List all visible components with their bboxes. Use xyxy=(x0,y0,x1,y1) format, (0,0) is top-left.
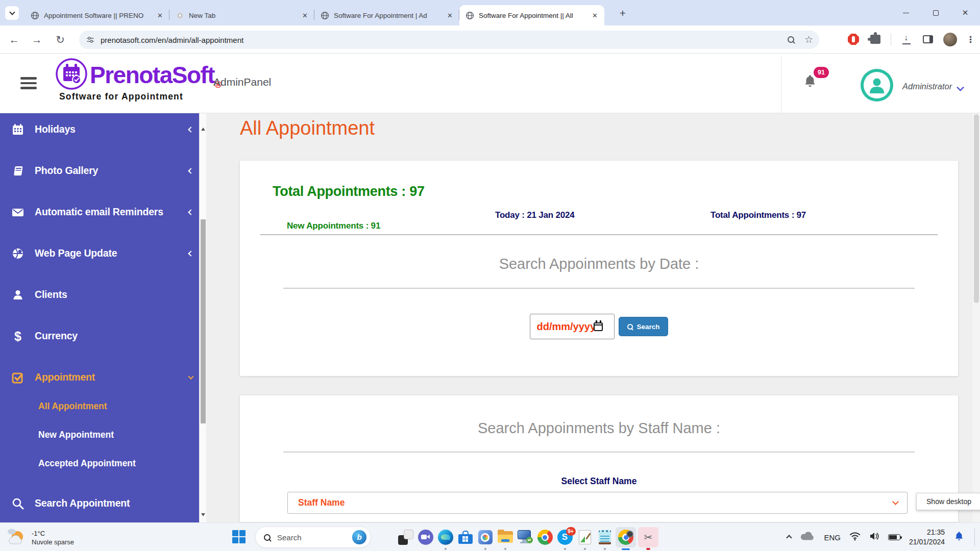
chevron-left-icon xyxy=(188,127,193,132)
skype-badge: 9+ xyxy=(566,527,576,536)
scroll-down-arrow[interactable] xyxy=(201,513,205,516)
url-field[interactable]: prenotasoft.com/en/admin/all-appointment… xyxy=(79,31,819,49)
scroll-up-arrow[interactable] xyxy=(201,128,205,131)
weather-condition: Nuvole sparse xyxy=(32,538,74,546)
file-explorer-icon[interactable] xyxy=(495,523,515,551)
tab-close-icon[interactable]: ✕ xyxy=(301,11,309,20)
greenshot-icon[interactable] xyxy=(575,523,595,551)
onedrive-cloud-icon[interactable] xyxy=(800,531,815,543)
browser-tab-1[interactable]: Appointment Software || PRENO ✕ xyxy=(24,5,169,26)
sidebar-scrollbar[interactable] xyxy=(199,113,206,522)
app-header: PrenotaSoft ® Software for Appointment A… xyxy=(0,54,980,113)
tab-close-icon[interactable]: ✕ xyxy=(446,11,454,20)
page-title: All Appointment xyxy=(240,117,375,139)
photos-icon[interactable] xyxy=(475,523,495,551)
date-input[interactable] xyxy=(530,314,615,339)
browser-tab-3[interactable]: Software For Appointment | Ad ✕ xyxy=(314,5,459,26)
task-view-button[interactable] xyxy=(396,523,415,551)
user-avatar[interactable] xyxy=(861,69,893,102)
browser-menu-icon[interactable]: ⋮ xyxy=(966,34,975,45)
remote-desktop-icon[interactable]: ⇄ xyxy=(515,523,535,551)
chrome-icon[interactable] xyxy=(535,523,555,551)
volume-icon[interactable] xyxy=(869,532,879,542)
page-scrollbar[interactable] xyxy=(973,113,980,522)
clock[interactable]: 21:35 21/01/2024 xyxy=(909,528,945,547)
date-input-field[interactable] xyxy=(536,321,594,333)
sidebar-subitem-accepted-appointment[interactable]: Accepted Appointment xyxy=(0,449,199,478)
divider xyxy=(891,33,891,45)
show-desktop-strip[interactable] xyxy=(974,529,975,546)
sidebar-item-photo-gallery[interactable]: Photo Gallery xyxy=(0,150,199,191)
chevron-down-icon xyxy=(188,373,193,379)
bookmark-star-icon[interactable]: ☆ xyxy=(804,36,813,44)
sidebar-item-appointment[interactable]: Appointment xyxy=(0,357,199,398)
window-maximize-button[interactable] xyxy=(921,0,950,26)
side-panel-icon[interactable] xyxy=(923,35,933,43)
tab-close-icon[interactable]: ✕ xyxy=(156,11,164,20)
address-bar: ← → ↻ prenotasoft.com/en/admin/all-appoi… xyxy=(0,26,980,54)
edge-icon[interactable] xyxy=(435,523,455,551)
snipping-tool-icon[interactable]: ✂ xyxy=(637,523,659,551)
window-close-button[interactable]: ✕ xyxy=(950,0,980,26)
scrollbar-thumb[interactable] xyxy=(201,219,206,423)
zoom-icon[interactable] xyxy=(787,36,795,44)
start-button[interactable] xyxy=(232,530,246,544)
sidebar-item-search-appointment[interactable]: Search Appointment xyxy=(0,483,199,522)
calendar-picker-icon[interactable] xyxy=(594,322,603,331)
select-staff-label: Select Staff Name xyxy=(240,476,958,487)
tray-expand-chevron[interactable] xyxy=(787,533,791,542)
search-by-date-heading: Search Appoinments by Date : xyxy=(240,256,958,272)
sidebar-item-web-page-update[interactable]: Web Page Update xyxy=(0,233,199,274)
battery-icon[interactable] xyxy=(888,534,900,540)
forward-button[interactable]: → xyxy=(30,33,44,47)
sidebar-subitem-new-appointment[interactable]: New Appointment xyxy=(0,420,199,449)
adblock-extension-icon[interactable] xyxy=(848,34,859,45)
tab-close-icon[interactable]: ✕ xyxy=(591,11,599,20)
wifi-icon[interactable] xyxy=(849,532,861,543)
notification-bell-icon[interactable] xyxy=(953,530,965,544)
browser-profile-avatar[interactable] xyxy=(943,33,957,46)
weather-widget[interactable]: -1°C Nuvole sparse xyxy=(6,527,74,549)
language-indicator[interactable]: ENG xyxy=(824,533,841,542)
taskbar: -1°C Nuvole sparse Search b ⇄ S9+ ✂ xyxy=(0,522,980,551)
tray-date: 21/01/2024 xyxy=(909,537,945,547)
search-by-staff-heading: Search Appoinments by Staff Name : xyxy=(240,420,958,437)
taskbar-search[interactable]: Search b xyxy=(255,527,371,548)
browser-tab-2[interactable]: New Tab ✕ xyxy=(169,5,314,26)
chrome-active-window-icon[interactable] xyxy=(615,523,637,551)
hamburger-menu-icon[interactable] xyxy=(20,77,37,92)
notifications-bell[interactable]: 91 xyxy=(802,73,818,91)
show-desktop-tooltip: Show desktop xyxy=(916,493,980,510)
browser-tab-active[interactable]: Software For Appointment || All ✕ xyxy=(459,5,604,26)
new-appointments-stat: New Appointments : 91 xyxy=(287,221,380,231)
user-menu-chevron[interactable] xyxy=(958,83,963,92)
downloads-icon[interactable] xyxy=(901,34,912,44)
sidebar-item-clients[interactable]: Clients xyxy=(0,274,199,315)
skype-icon[interactable]: S9+ xyxy=(555,523,575,551)
sidebar-item-currency[interactable]: $ Currency xyxy=(0,315,199,357)
sidebar-item-email-reminders[interactable]: Automatic email Reminders xyxy=(0,191,199,233)
tab-search-button[interactable] xyxy=(5,6,19,20)
back-button[interactable]: ← xyxy=(7,33,21,47)
globe-icon xyxy=(11,247,24,260)
window-minimize-button[interactable] xyxy=(891,0,921,26)
notepad-icon[interactable] xyxy=(595,523,615,551)
browser-tab-bar: Appointment Software || PRENO ✕ New Tab … xyxy=(0,0,980,26)
extensions-icon[interactable] xyxy=(870,35,880,44)
user-role-label: Administrator xyxy=(902,82,952,91)
search-icon xyxy=(627,323,633,330)
sidebar-item-holidays[interactable]: Holidays xyxy=(0,113,199,150)
microsoft-store-icon[interactable] xyxy=(455,523,475,551)
check-square-icon xyxy=(11,371,24,384)
staff-name-select[interactable]: Staff Name xyxy=(287,492,908,514)
envelope-icon xyxy=(11,206,24,218)
brand-logo[interactable]: PrenotaSoft ® Software for Appointment xyxy=(55,58,222,102)
site-info-icon[interactable] xyxy=(86,36,94,44)
teams-chat-icon[interactable] xyxy=(415,523,435,551)
search-button[interactable]: Search xyxy=(619,317,668,336)
new-tab-button[interactable]: + xyxy=(617,7,629,19)
person-icon xyxy=(11,289,24,301)
chevron-left-icon xyxy=(188,251,193,256)
tray-time: 21:35 xyxy=(909,528,945,537)
reload-button[interactable]: ↻ xyxy=(53,33,67,47)
